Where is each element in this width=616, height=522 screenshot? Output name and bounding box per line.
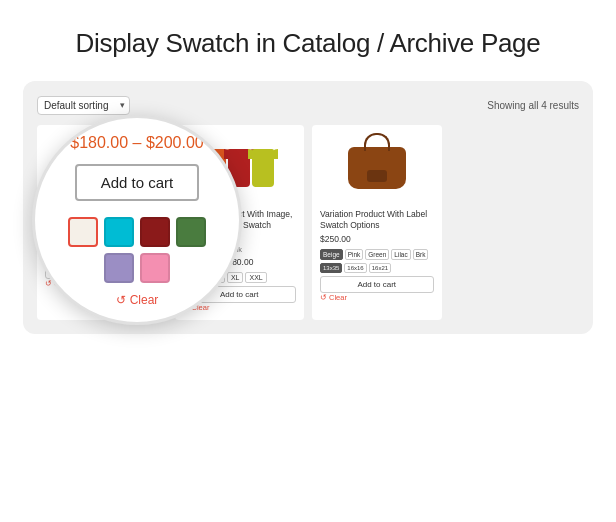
size-swatch-row-3: 13x35 16x16 16x21 xyxy=(320,263,434,273)
magnify-price: $180.00 – $200.00 xyxy=(70,134,203,152)
label-brk[interactable]: Brk xyxy=(413,249,429,260)
products-grid: Variable Product With Swatch Options $18… xyxy=(37,125,579,320)
label-lilac[interactable]: Lilac xyxy=(391,249,410,260)
page-title: Display Swatch in Catalog / Archive Page xyxy=(76,28,541,59)
size-xl[interactable]: XL xyxy=(227,272,244,283)
catalog-frame: Default sorting Showing all 4 results Va… xyxy=(23,81,593,334)
magnify-swatch-purple[interactable] xyxy=(104,253,134,283)
magnify-swatch-beige[interactable] xyxy=(68,217,98,247)
magnify-swatch-pink[interactable] xyxy=(140,253,170,283)
size-xxl[interactable]: XXL xyxy=(245,272,266,283)
add-to-cart-button-3[interactable]: Add to cart xyxy=(320,276,434,293)
shirt-yellow xyxy=(252,149,274,187)
size-13x35[interactable]: 13x35 xyxy=(320,263,342,273)
product-name-3: Variation Product With Label Swatch Opti… xyxy=(320,209,434,231)
sort-select[interactable]: Default sorting xyxy=(37,96,130,115)
results-count: Showing all 4 results xyxy=(487,100,579,111)
refresh-icon-3: ↺ xyxy=(320,293,327,302)
magnify-clear-button[interactable]: ↺ Clear xyxy=(116,293,159,307)
catalog-toolbar: Default sorting Showing all 4 results xyxy=(37,95,579,115)
magnify-swatch-darkred[interactable] xyxy=(140,217,170,247)
label-pink[interactable]: Pink xyxy=(345,249,364,260)
product-image-3 xyxy=(320,133,434,203)
magnify-add-to-cart-button[interactable]: Add to cart xyxy=(75,164,200,201)
label-swatch-row-3: Beige Pink Green Lilac Brk xyxy=(320,249,434,260)
clear-label-3: Clear xyxy=(329,293,347,302)
label-beige[interactable]: Beige xyxy=(320,249,343,260)
product-price-3: $250.00 xyxy=(320,234,434,244)
label-green[interactable]: Green xyxy=(365,249,389,260)
size-16x16[interactable]: 16x16 xyxy=(344,263,366,273)
bag-brown-icon xyxy=(348,147,406,189)
page-wrapper: Display Swatch in Catalog / Archive Page… xyxy=(0,0,616,522)
magnified-overlay: $180.00 – $200.00 Add to cart ↺ Clear xyxy=(32,115,242,325)
size-16x21[interactable]: 16x21 xyxy=(369,263,391,273)
magnify-refresh-icon: ↺ xyxy=(116,293,126,307)
magnify-swatch-green[interactable] xyxy=(176,217,206,247)
magnify-clear-label: Clear xyxy=(130,293,159,307)
magnify-swatches xyxy=(55,217,219,283)
sort-wrapper: Default sorting xyxy=(37,95,130,115)
clear-button-3[interactable]: ↺ Clear xyxy=(320,293,347,302)
magnify-swatch-cyan[interactable] xyxy=(104,217,134,247)
product-card-3: Variation Product With Label Swatch Opti… xyxy=(312,125,442,320)
